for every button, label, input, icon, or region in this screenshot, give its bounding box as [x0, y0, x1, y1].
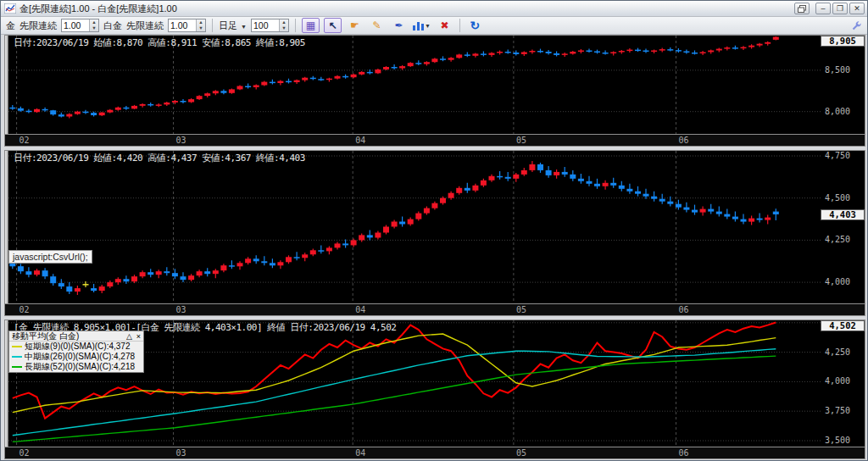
region-select-tool-icon[interactable]: ▦	[302, 18, 320, 33]
x-axis-tick-label: 04	[355, 305, 365, 314]
toolbar-separator	[212, 19, 213, 32]
y-axis-tick-label: 3,500	[825, 436, 850, 445]
platinum-price-axis: 4,403 4,7504,5004,2504,000	[821, 151, 865, 303]
pointer-tool-icon[interactable]: ↖	[324, 18, 342, 33]
platinum-ohlc-readout: 日付:2023/06/19 始値:4,420 高値:4,437 安値:4,367…	[14, 152, 305, 164]
spin-down-icon[interactable]: ▼	[197, 25, 205, 31]
spread-price-axis: 4,502 4,2504,0003,7503,500	[821, 320, 865, 447]
legend-close-icon[interactable]: ×	[136, 332, 141, 341]
spin-down-icon[interactable]: ▼	[280, 25, 288, 31]
spread-chart-panel: [金 先限連続 8,905×1.00]-[白金 先限連続 4,403×1.00]…	[4, 319, 865, 459]
y-axis-tick-label: 4,250	[825, 347, 850, 357]
gold-contract-label: 先限連続	[19, 19, 57, 32]
settings-wrench-icon[interactable]	[851, 19, 862, 35]
chart-type-tool[interactable]: ▼	[412, 18, 431, 33]
title-bar[interactable]: 金[先限連続]1.00 - 白金[先限連続]1.00 – ❐ ✕	[1, 1, 867, 17]
maximize-button[interactable]: ❐	[832, 3, 848, 14]
x-axis-tick-label: 03	[175, 448, 186, 458]
spread-plot-area[interactable]: [金 先限連続 8,905×1.00]-[白金 先限連続 4,403×1.00]…	[8, 320, 821, 447]
x-axis-tick-label: 02	[19, 136, 30, 145]
y-axis-tick-label: 3,750	[825, 406, 850, 415]
toolbar: 金 先限連続 ▲▼ 白金 先限連続 ▲▼ 日足 ▼ ▲▼ ▦ ↖ ☛ ✎ ✒ ▼…	[1, 17, 867, 35]
platinum-multiplier-spinner[interactable]: ▲▼	[168, 19, 206, 32]
delete-indicator-icon[interactable]: ✖	[436, 18, 453, 33]
moving-average-legend: 移動平均(金 白金) △ × 短期線(9)(0)(SMA)(C):4,372 中…	[8, 330, 144, 373]
gold-time-axis: 0203040506	[5, 134, 865, 146]
refresh-icon[interactable]: ↻	[466, 18, 484, 33]
x-axis-tick-label: 03	[175, 136, 186, 145]
x-axis-tick-label: 06	[678, 305, 688, 314]
close-button[interactable]: ✕	[849, 3, 865, 14]
platinum-contract-label: 先限連続	[126, 19, 164, 32]
pencil-tool-icon[interactable]: ✎	[368, 18, 386, 33]
y-axis-tick-label: 4,500	[825, 193, 850, 203]
pan-hand-tool-icon[interactable]: ☛	[346, 18, 364, 33]
mid-ma-swatch	[12, 356, 22, 358]
short-ma-swatch	[12, 346, 22, 347]
legend-collapse-icon[interactable]: △	[126, 332, 132, 341]
x-axis-tick-label: 04	[355, 136, 365, 145]
long-ma-swatch	[12, 366, 22, 368]
gold-plot-area[interactable]: 日付:2023/06/19 始値:8,870 高値:8,911 安値:8,865…	[8, 36, 821, 134]
status-tooltip: javascript:CsvUrl();	[8, 250, 92, 264]
platinum-symbol-label: 白金	[103, 19, 122, 32]
gold-multiplier-spinner[interactable]: ▲▼	[61, 19, 99, 32]
x-axis-tick-label: 05	[516, 448, 526, 458]
spin-down-icon[interactable]: ▼	[90, 25, 98, 31]
y-axis-tick-label: 4,750	[825, 151, 850, 160]
gold-ohlc-readout: 日付:2023/06/19 始値:8,870 高値:8,911 安値:8,865…	[14, 36, 305, 49]
y-axis-tick-label: 4,250	[825, 235, 850, 244]
spin-up-icon[interactable]: ▲	[90, 19, 98, 25]
x-axis-tick-label: 05	[516, 136, 526, 145]
x-axis-tick-label: 04	[355, 448, 365, 458]
bar-chart-icon	[413, 20, 424, 31]
app-window: 金[先限連続]1.00 - 白金[先限連続]1.00 – ❐ ✕ 金 先限連続 …	[0, 0, 868, 461]
x-axis-tick-label: 06	[678, 448, 688, 458]
spread-time-axis: 0203040506	[5, 447, 865, 458]
x-axis-tick-label: 06	[678, 136, 688, 145]
spin-up-icon[interactable]: ▲	[197, 19, 205, 25]
toolbar-separator	[295, 19, 296, 32]
platinum-plot-area[interactable]: 日付:2023/06/19 始値:4,420 高値:4,437 安値:4,367…	[8, 151, 821, 303]
new-window-button[interactable]	[794, 3, 810, 14]
spread-current-price-badge: 4,502	[821, 320, 865, 331]
x-axis-tick-label: 02	[19, 305, 30, 314]
platinum-time-axis: 0203040506	[5, 303, 865, 315]
pen-tool-icon[interactable]: ✒	[390, 18, 408, 33]
x-axis-tick-label: 03	[175, 305, 186, 314]
toolbar-separator	[459, 19, 460, 32]
chevron-down-icon[interactable]: ▼	[425, 23, 431, 29]
y-axis-tick-label: 4,000	[825, 277, 850, 286]
gold-current-price-badge: 8,905	[821, 36, 865, 47]
gold-symbol-label: 金	[6, 19, 15, 32]
x-axis-tick-label: 05	[516, 305, 526, 314]
platinum-multiplier-input[interactable]	[169, 19, 196, 31]
window-title: 金[先限連続]1.00 - 白金[先限連続]1.00	[19, 3, 177, 15]
y-axis-tick-label: 4,000	[825, 376, 850, 386]
platinum-chart-panel: 日付:2023/06/19 始値:4,420 高値:4,437 安値:4,367…	[4, 150, 865, 316]
y-axis-tick-label: 8,500	[825, 65, 850, 75]
gold-multiplier-input[interactable]	[62, 19, 89, 31]
gold-price-axis: 8,905 8,5008,000	[821, 36, 865, 134]
app-icon	[4, 3, 16, 14]
period-select[interactable]: 日足 ▼	[219, 19, 247, 32]
bar-count-input[interactable]	[252, 19, 279, 31]
platinum-current-price-badge: 4,403	[821, 209, 865, 220]
y-axis-tick-label: 8,000	[825, 107, 850, 116]
legend-item-long-ma: 長期線(52)(0)(SMA)(C):4,218	[9, 362, 143, 372]
x-axis-tick-label: 02	[19, 448, 30, 458]
bar-count-spinner[interactable]: ▲▼	[251, 19, 289, 32]
chevron-down-icon[interactable]: ▼	[241, 24, 247, 30]
gold-chart-panel: 日付:2023/06/19 始値:8,870 高値:8,911 安値:8,865…	[4, 35, 865, 147]
minimize-button[interactable]: –	[815, 3, 831, 14]
spin-up-icon[interactable]: ▲	[280, 19, 288, 25]
